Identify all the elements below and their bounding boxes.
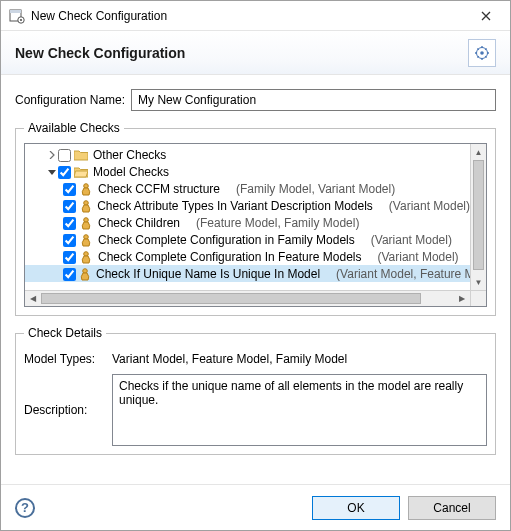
description-text: Checks if the unique name of all element… bbox=[112, 374, 487, 446]
folder-open-icon bbox=[73, 166, 89, 178]
tree-item-label: Check Complete Configuration in Family M… bbox=[96, 233, 452, 247]
window-title: New Check Configuration bbox=[31, 9, 466, 23]
config-icon bbox=[468, 39, 496, 67]
chevron-right-icon[interactable] bbox=[45, 151, 58, 159]
checks-tree[interactable]: Other Checks Model Checks bbox=[24, 143, 487, 307]
check-details-group: Check Details Model Types: Variant Model… bbox=[15, 326, 496, 455]
tree-label: Other Checks bbox=[91, 148, 166, 162]
checkbox-item[interactable] bbox=[63, 232, 76, 246]
ok-button[interactable]: OK bbox=[312, 496, 400, 520]
available-checks-legend: Available Checks bbox=[24, 121, 124, 135]
folder-icon bbox=[73, 149, 89, 161]
check-item-icon bbox=[78, 267, 92, 281]
tree-label: Model Checks bbox=[91, 165, 169, 179]
scroll-thumb[interactable] bbox=[41, 293, 421, 304]
titlebar: New Check Configuration bbox=[1, 1, 510, 31]
available-checks-group: Available Checks Other Checks bbox=[15, 121, 496, 316]
check-item-icon bbox=[78, 182, 94, 196]
tree-node-other-checks[interactable]: Other Checks bbox=[25, 146, 470, 163]
dialog-icon bbox=[9, 8, 25, 24]
checkbox-item[interactable] bbox=[63, 266, 76, 280]
tree-item[interactable]: Check Attribute Types In Variant Descrip… bbox=[25, 197, 470, 214]
tree-item[interactable]: Check Children(Feature Model, Family Mod… bbox=[25, 214, 470, 231]
scroll-right-icon[interactable]: ▶ bbox=[454, 291, 470, 306]
scroll-up-icon[interactable]: ▲ bbox=[471, 144, 486, 160]
scroll-thumb[interactable] bbox=[473, 160, 484, 270]
horizontal-scrollbar[interactable]: ◀ ▶ bbox=[25, 290, 470, 306]
config-name-row: Configuration Name: bbox=[15, 89, 496, 111]
svg-rect-1 bbox=[10, 10, 21, 13]
tree-item-label: Check Complete Configuration In Feature … bbox=[96, 250, 459, 264]
checkbox-item[interactable] bbox=[63, 198, 76, 212]
header-band: New Check Configuration bbox=[1, 31, 510, 75]
svg-point-3 bbox=[20, 18, 22, 20]
page-title: New Check Configuration bbox=[15, 45, 468, 61]
tree-item[interactable]: Check Complete Configuration in Family M… bbox=[25, 231, 470, 248]
check-details-legend: Check Details bbox=[24, 326, 106, 340]
dialog-window: New Check Configuration New Check Config… bbox=[0, 0, 511, 531]
help-button[interactable]: ? bbox=[15, 498, 35, 518]
tree-item-selected[interactable]: Check If Unique Name Is Unique In Model(… bbox=[25, 265, 470, 282]
svg-point-5 bbox=[480, 51, 484, 55]
check-item-icon bbox=[78, 216, 94, 230]
dialog-body: Configuration Name: Available Checks bbox=[1, 75, 510, 484]
scroll-corner bbox=[470, 290, 486, 306]
checkbox-item[interactable] bbox=[63, 215, 76, 229]
tree-item-label: Check CCFM structure(Family Model, Varia… bbox=[96, 182, 395, 196]
checkbox-item[interactable] bbox=[63, 181, 76, 195]
tree-item-label: Check Children(Feature Model, Family Mod… bbox=[96, 216, 359, 230]
config-name-input[interactable] bbox=[131, 89, 496, 111]
check-item-icon bbox=[78, 233, 94, 247]
cancel-button[interactable]: Cancel bbox=[408, 496, 496, 520]
model-types-label: Model Types: bbox=[24, 352, 112, 366]
scroll-down-icon[interactable]: ▼ bbox=[471, 274, 486, 290]
check-item-icon bbox=[78, 250, 94, 264]
tree-item[interactable]: Check CCFM structure(Family Model, Varia… bbox=[25, 180, 470, 197]
tree-item-label: Check Attribute Types In Variant Descrip… bbox=[95, 199, 470, 213]
check-item-icon bbox=[78, 199, 93, 213]
checkbox-item[interactable] bbox=[63, 249, 76, 263]
model-types-value: Variant Model, Feature Model, Family Mod… bbox=[112, 352, 487, 366]
chevron-down-icon[interactable] bbox=[45, 168, 58, 176]
config-name-label: Configuration Name: bbox=[15, 93, 125, 107]
tree-node-model-checks[interactable]: Model Checks bbox=[25, 163, 470, 180]
tree-item-label: Check If Unique Name Is Unique In Model(… bbox=[94, 267, 470, 281]
scroll-left-icon[interactable]: ◀ bbox=[25, 291, 41, 306]
tree-item[interactable]: Check Complete Configuration In Feature … bbox=[25, 248, 470, 265]
vertical-scrollbar[interactable]: ▲ ▼ bbox=[470, 144, 486, 290]
close-button[interactable] bbox=[466, 4, 506, 28]
checkbox-other[interactable] bbox=[58, 147, 71, 161]
description-label: Description: bbox=[24, 403, 112, 417]
button-bar: ? OK Cancel bbox=[1, 484, 510, 530]
checkbox-model[interactable] bbox=[58, 164, 71, 178]
